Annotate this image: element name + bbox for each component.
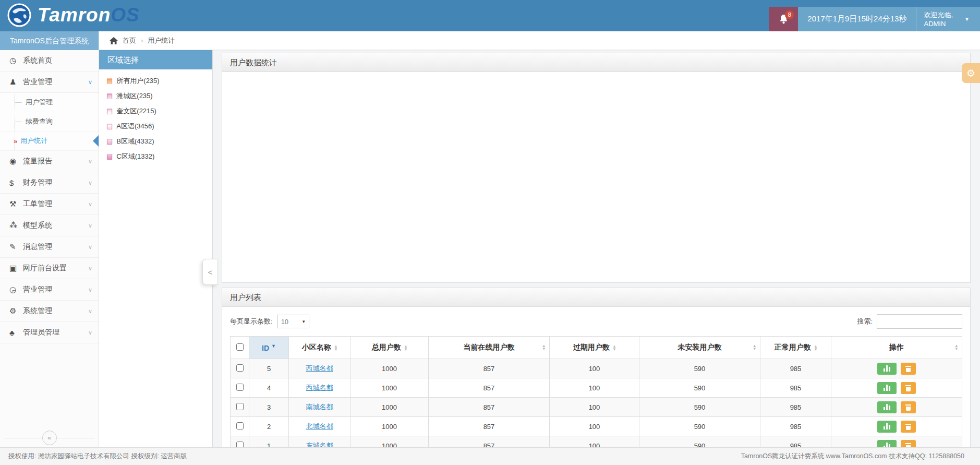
cell-uninstalled: 590 xyxy=(639,398,760,417)
sidebar-subitem-0[interactable]: 用户管理 xyxy=(0,93,99,112)
column-header-id[interactable]: ID▼ xyxy=(249,337,289,359)
sidebar-item-gears[interactable]: ⚙系统管理∨ xyxy=(0,301,99,322)
sort-icon: ▴▾ xyxy=(335,344,337,351)
delete-button[interactable] xyxy=(901,440,916,448)
column-header-actions[interactable]: 操作▴▾ xyxy=(831,337,962,359)
row-checkbox[interactable] xyxy=(236,422,244,430)
sidebar-collapse-button[interactable]: « xyxy=(42,431,57,445)
sidebar-item-label: 模型系统 xyxy=(23,221,88,230)
delete-button[interactable] xyxy=(901,401,916,413)
sort-icon: ▴▾ xyxy=(542,344,545,350)
bar-chart-icon xyxy=(884,385,890,391)
sidebar-item-edit[interactable]: ✎消息管理∨ xyxy=(0,236,99,258)
chevron-down-icon: ∨ xyxy=(88,265,92,272)
community-link[interactable]: 西城名都 xyxy=(306,384,333,391)
column-header-uninstalled[interactable]: 未安装用户数▴▾ xyxy=(639,337,760,359)
row-actions xyxy=(877,421,916,433)
region-doc-icon: ▤ xyxy=(106,137,113,145)
chart-button[interactable] xyxy=(877,440,897,448)
column-label: 总用户数 xyxy=(372,343,401,351)
sidebar-item-user[interactable]: ♟营业管理∨ xyxy=(0,71,99,93)
column-header-expired[interactable]: 过期用户数▴▾ xyxy=(550,337,639,359)
search-input[interactable] xyxy=(877,314,962,329)
sidebar-menu: ◷系统首页♟营业管理∨用户管理续费查询»用户统计◉流量报告∨$财务管理∨⚒工单管… xyxy=(0,50,99,343)
sidebar-item-sitemap[interactable]: ⁂模型系统∨ xyxy=(0,215,99,236)
stats-panel-title: 用户数据统计 xyxy=(222,53,970,72)
chevron-down-icon: ∨ xyxy=(88,79,92,86)
sidebar-item-gauge[interactable]: ◶营业管理∨ xyxy=(0,279,99,301)
gears-icon: ⚙ xyxy=(9,306,23,316)
table-body: 5西城名都10008571005909854西城名都10008571005909… xyxy=(231,359,962,448)
region-item[interactable]: ▤A区语(3456) xyxy=(99,118,212,134)
region-doc-icon: ▤ xyxy=(106,92,113,100)
chart-button[interactable] xyxy=(877,401,897,413)
chevron-down-icon: ∨ xyxy=(88,308,92,315)
cell-total: 1000 xyxy=(350,417,429,436)
delete-button[interactable] xyxy=(901,363,916,375)
sidebar-item-dollar[interactable]: $财务管理∨ xyxy=(0,172,99,194)
bar-chart-icon xyxy=(884,443,890,447)
community-link[interactable]: 东城名都 xyxy=(306,442,333,447)
row-checkbox[interactable] xyxy=(236,403,244,410)
breadcrumb-home[interactable]: 首页 xyxy=(123,36,136,45)
sidebar-item-users[interactable]: ♣管理员管理∨ xyxy=(0,322,99,343)
notification-button[interactable]: 8 xyxy=(769,7,798,31)
region-collapse-tab[interactable]: < xyxy=(202,259,218,285)
sidebar-item-dashboard[interactable]: ◷系统首页 xyxy=(0,50,99,71)
desktop-icon: ▣ xyxy=(9,264,23,273)
community-link[interactable]: 南城名都 xyxy=(306,403,333,411)
row-actions xyxy=(877,440,916,448)
sidebar-item-signal[interactable]: ◉流量报告∨ xyxy=(0,151,99,172)
column-header-name[interactable]: 小区名称▴▾ xyxy=(289,337,350,359)
cell-uninstalled: 590 xyxy=(639,417,760,436)
sidebar-item-desktop[interactable]: ▣网厅前台设置∨ xyxy=(0,258,99,279)
column-header-total[interactable]: 总用户数▴▾ xyxy=(350,337,429,359)
delete-button[interactable] xyxy=(901,382,916,394)
dollar-icon: $ xyxy=(9,178,23,187)
region-item[interactable]: ▤B区域(4332) xyxy=(99,134,212,149)
column-header-online[interactable]: 当前在线用户数▴▾ xyxy=(429,337,550,359)
community-link[interactable]: 西城名都 xyxy=(306,364,333,372)
region-item[interactable]: ▤奎文区(2215) xyxy=(99,103,212,118)
cell-online: 857 xyxy=(429,378,550,398)
cell-select xyxy=(231,398,249,417)
region-item-label: B区域(4332) xyxy=(116,137,154,146)
chart-button[interactable] xyxy=(877,421,897,433)
user-list-panel: 用户列表 每页显示条数: 10 ▾ 搜索: ID▼小区名称▴▾总用户数▴▾当前在… xyxy=(222,288,971,447)
datetime-display: 2017年1月9日15时24分13秒 xyxy=(798,7,916,31)
row-checkbox[interactable] xyxy=(236,364,244,372)
region-item[interactable]: ▤所有用户(235) xyxy=(99,73,212,88)
community-link[interactable]: 北城名都 xyxy=(306,422,333,430)
chart-button[interactable] xyxy=(877,382,897,394)
select-all-checkbox[interactable] xyxy=(236,343,244,351)
chart-button[interactable] xyxy=(877,363,897,375)
user-menu[interactable]: 欢迎光临, ADMIN ▼ xyxy=(916,7,980,31)
delete-button[interactable] xyxy=(901,421,916,433)
footer-support-text: TamronOS腾龙认证计费系统 www.TamronOS.com 技术支持QQ… xyxy=(741,452,964,461)
sidebar-item-wrench[interactable]: ⚒工单管理∨ xyxy=(0,194,99,215)
table-row: 3南城名都1000857100590985 xyxy=(231,398,962,417)
region-doc-icon: ▤ xyxy=(106,122,113,130)
cell-normal: 985 xyxy=(760,417,831,436)
settings-gear-button[interactable]: ⚙ xyxy=(962,63,980,83)
chevron-down-icon: ▼ xyxy=(964,16,970,22)
sort-icon: ▴▾ xyxy=(815,344,817,351)
sidebar-subitem-1[interactable]: 续费查询 xyxy=(0,112,99,132)
region-panel: 区域选择 ▤所有用户(235)▤潍城区(235)▤奎文区(2215)▤A区语(3… xyxy=(99,50,213,447)
region-item[interactable]: ▤潍城区(235) xyxy=(99,88,212,103)
chevron-down-icon: ∨ xyxy=(88,201,92,208)
row-checkbox[interactable] xyxy=(236,384,244,391)
cell-id: 3 xyxy=(249,398,289,417)
breadcrumb-current: 用户统计 xyxy=(148,36,175,45)
wrench-icon: ⚒ xyxy=(9,199,23,209)
per-page-select[interactable]: 10 ▾ xyxy=(277,315,309,328)
region-item-label: 奎文区(2215) xyxy=(116,106,156,116)
column-header-normal[interactable]: 正常用户数▴▾ xyxy=(760,337,831,359)
region-item[interactable]: ▤C区域(1332) xyxy=(99,149,212,164)
cell-name: 西城名都 xyxy=(289,378,350,398)
sidebar-subitem-2[interactable]: »用户统计 xyxy=(0,132,99,151)
cell-expired: 100 xyxy=(550,417,639,436)
cell-actions xyxy=(831,417,962,436)
app-logo: TamronOS xyxy=(7,3,140,27)
row-checkbox[interactable] xyxy=(236,442,244,448)
